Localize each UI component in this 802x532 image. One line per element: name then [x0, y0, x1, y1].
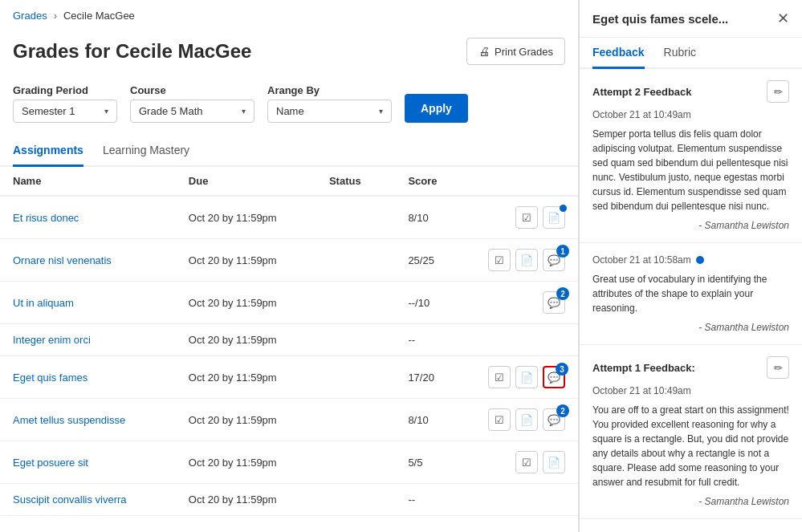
due-date: Oct 20 by 11:59pm	[176, 484, 316, 516]
panel-tab-rubric[interactable]: Rubric	[664, 38, 696, 69]
panel-content: Attempt 2 Feedback ✏ October 21 at 10:49…	[580, 69, 802, 532]
assignment-link[interactable]: Eget posuere sit	[13, 457, 88, 469]
arrange-by-value: Name	[276, 105, 304, 117]
document-button[interactable]: 📄	[543, 451, 565, 473]
col-header-name: Name	[0, 167, 176, 196]
col-header-actions	[466, 167, 578, 196]
arrange-by-filter: Arange By Name ▾	[267, 84, 392, 123]
assignment-link[interactable]: Ut in aliquam	[13, 297, 74, 309]
attempt2-author: - Samantha Lewiston	[592, 220, 789, 231]
assignment-link[interactable]: Eget quis fames	[13, 372, 88, 384]
second-feedback-text: Great use of vocabulary in identifying t…	[592, 272, 789, 315]
chevron-down-icon: ▾	[242, 107, 246, 116]
breadcrumb-grades-link[interactable]: Grades	[13, 10, 47, 22]
grade-check-button[interactable]: ☑	[488, 408, 511, 431]
attempt1-text: You are off to a great start on this ass…	[592, 403, 789, 489]
unread-dot	[696, 256, 704, 264]
score: 17/20	[395, 356, 466, 399]
filters-row: Grading Period Semester 1 ▾ Course Grade…	[0, 78, 578, 136]
attempt1-edit-button[interactable]: ✏	[767, 356, 789, 379]
panel-tabs: Feedback Rubric	[580, 38, 802, 69]
grade-check-button[interactable]: ☑	[488, 366, 511, 388]
status	[316, 196, 395, 239]
tab-learning-mastery[interactable]: Learning Mastery	[103, 136, 189, 167]
comment-button[interactable]: 💬3	[543, 366, 565, 388]
document-button[interactable]: 📄	[515, 366, 538, 388]
due-date: Oct 20 by 11:59pm	[176, 196, 316, 239]
actions-cell	[466, 484, 578, 516]
table-row: Eget posuere sitOct 20 by 11:59pm5/5☑📄	[0, 441, 578, 484]
comment-button[interactable]: 💬1	[543, 249, 565, 271]
table-row: Amet tellus suspendisseOct 20 by 11:59pm…	[0, 399, 578, 441]
document-button[interactable]: 📄	[543, 206, 565, 229]
actions-cell: ☑📄	[466, 196, 578, 239]
due-date: Oct 20 by 11:59pm	[176, 239, 316, 282]
score: 5/5	[395, 441, 466, 484]
panel-header: Eget quis fames scele... ✕	[580, 0, 802, 38]
table-row: Eget quis famesOct 20 by 11:59pm17/20☑📄💬…	[0, 356, 578, 399]
feedback-panel: Eget quis fames scele... ✕ Feedback Rubr…	[579, 0, 802, 532]
chevron-down-icon: ▾	[379, 107, 383, 116]
tab-assignments[interactable]: Assignments	[13, 136, 83, 167]
actions-cell: ☑📄	[466, 441, 578, 484]
assignments-table-container: Name Due Status Score Et risus donecOct …	[0, 167, 578, 532]
document-button[interactable]: 📄	[515, 249, 538, 271]
col-header-due: Due	[176, 167, 316, 196]
attempt2-timestamp: October 21 at 10:49am	[592, 109, 789, 120]
breadcrumb-current: Cecile MacGee	[63, 10, 135, 22]
table-row: Integer enim orciOct 20 by 11:59pm--	[0, 324, 578, 356]
attempt2-second-feedback: October 21 at 10:58am Great use of vocab…	[580, 243, 802, 345]
due-date: Oct 20 by 11:59pm	[176, 399, 316, 441]
table-row: Suscipit convallis viverraOct 20 by 11:5…	[0, 484, 578, 516]
attempt1-feedback: Attempt 1 Feedback: ✏ October 21 at 10:4…	[580, 345, 802, 519]
grade-check-button[interactable]: ☑	[488, 249, 511, 271]
grading-period-label: Grading Period	[13, 84, 117, 96]
grade-check-button[interactable]: ☑	[515, 451, 538, 473]
actions-cell	[466, 324, 578, 356]
document-button[interactable]: 📄	[515, 408, 538, 431]
score: --	[395, 324, 466, 356]
comment-button[interactable]: 💬2	[543, 408, 565, 431]
print-grades-button[interactable]: 🖨 Print Grades	[466, 38, 565, 65]
course-select[interactable]: Grade 5 Math ▾	[130, 99, 254, 123]
attempt2-header: Attempt 2 Feedback ✏	[592, 80, 789, 103]
attempt2-edit-button[interactable]: ✏	[767, 80, 789, 103]
second-feedback-author: - Samantha Lewiston	[592, 322, 789, 333]
apply-button[interactable]: Apply	[405, 94, 468, 123]
arrange-by-label: Arange By	[267, 84, 392, 96]
page-title: Grades for Cecile MacGee	[13, 40, 251, 63]
grading-period-select[interactable]: Semester 1 ▾	[13, 99, 117, 123]
grading-period-filter: Grading Period Semester 1 ▾	[13, 84, 117, 123]
grade-check-button[interactable]: ☑	[515, 206, 538, 229]
page-header: Grades for Cecile MacGee 🖨 Print Grades	[0, 31, 578, 78]
assignment-link[interactable]: Et risus donec	[13, 212, 79, 224]
course-label: Course	[130, 84, 254, 96]
table-row: Ornare nisl venenatisOct 20 by 11:59pm25…	[0, 239, 578, 282]
print-icon: 🖨	[478, 45, 490, 58]
assignment-link[interactable]: Amet tellus suspendisse	[13, 414, 125, 426]
status	[316, 484, 395, 516]
due-date: Oct 20 by 11:59pm	[176, 282, 316, 324]
close-panel-button[interactable]: ✕	[777, 11, 789, 26]
panel-title: Eget quis fames scele...	[592, 12, 728, 26]
assignment-link[interactable]: Integer enim orci	[13, 334, 91, 346]
attempt1-author: - Samantha Lewiston	[592, 496, 789, 507]
assignment-link[interactable]: Ornare nisl venenatis	[13, 254, 112, 266]
assignment-link[interactable]: Suscipit convallis viverra	[13, 493, 127, 506]
comment-button[interactable]: 💬2	[543, 291, 565, 314]
due-date: Oct 20 by 11:59pm	[176, 356, 316, 399]
attempt2-title: Attempt 2 Feedback	[592, 86, 692, 98]
attempt1-title: Attempt 1 Feedback:	[592, 362, 695, 374]
table-row: Et risus donecOct 20 by 11:59pm8/10☑📄	[0, 196, 578, 239]
panel-tab-feedback[interactable]: Feedback	[592, 38, 645, 69]
score: 8/10	[395, 196, 466, 239]
chevron-down-icon: ▾	[104, 107, 108, 116]
col-header-status: Status	[316, 167, 395, 196]
course-filter: Course Grade 5 Math ▾	[130, 84, 254, 123]
status	[316, 324, 395, 356]
attempt1-header: Attempt 1 Feedback: ✏	[592, 356, 789, 379]
status	[316, 282, 395, 324]
arrange-by-select[interactable]: Name ▾	[267, 99, 392, 123]
breadcrumb-separator: ›	[54, 10, 57, 22]
score: --	[395, 484, 466, 516]
